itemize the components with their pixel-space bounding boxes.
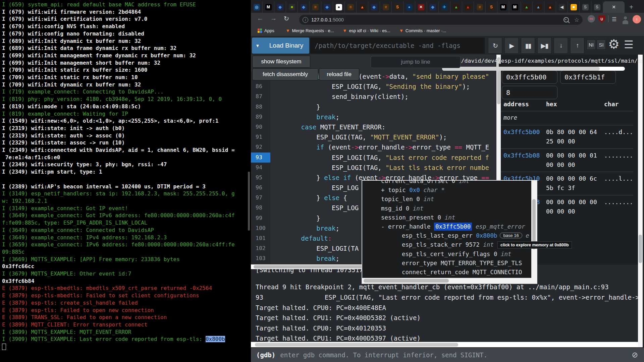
line-number[interactable]: 95 (251, 173, 270, 183)
pinned-tab[interactable]: ◆ (298, 1, 310, 13)
pinned-tab[interactable]: ● (404, 1, 415, 13)
address-bar[interactable]: i 127.0.0.1 :5000 ☆ (299, 15, 583, 25)
gear-icon[interactable]: ⚙ (608, 37, 620, 52)
menu-icon[interactable]: ☰ (624, 38, 634, 51)
line-number[interactable]: 92 (251, 142, 270, 152)
variable-tree-line[interactable]: connect_return_code MQTT_CONNECTIO (402, 269, 522, 276)
binary-path-input[interactable]: /path/to/target/executable -and -flags (310, 38, 485, 54)
step-instruction-button[interactable]: SI (597, 40, 606, 50)
line-number[interactable]: 101 (251, 233, 270, 243)
restart-button[interactable]: ↻ (488, 38, 502, 54)
pinned-tab[interactable]: ◀ (556, 1, 568, 13)
fetch-disassembly-button[interactable]: fetch disassembly (252, 68, 318, 80)
pinned-tab[interactable]: M (497, 1, 509, 13)
pinned-tab[interactable]: ▲ (544, 1, 556, 13)
pinned-tab[interactable]: S (392, 1, 404, 13)
line-number[interactable]: 98 (251, 203, 270, 213)
url-host[interactable]: 127.0.0.1 (311, 17, 331, 22)
back-icon[interactable]: ← (257, 15, 263, 22)
line-number[interactable]: 97 (251, 193, 270, 203)
memory-more-link[interactable]: more (503, 114, 517, 121)
reload-icon[interactable]: ↻ (284, 15, 289, 22)
active-tab[interactable]: ✕ (603, 1, 625, 13)
line-number[interactable]: 86 (251, 81, 270, 92)
code-line[interactable]: 94 ESP_LOGI(TAG, "Last tls stack error n… (251, 163, 496, 173)
pinned-tab[interactable]: ■ (568, 1, 580, 13)
current-line-number[interactable]: 93 (251, 153, 270, 163)
memory-address-link[interactable]: 0x3ffc5b00 (503, 128, 540, 135)
memory-bytes-per-line-input[interactable]: 8 (502, 86, 557, 99)
code-line[interactable]: 93 ESP_LOGI(TAG, "Last error code report… (251, 153, 496, 163)
line-number[interactable]: 87 (251, 92, 270, 102)
code-line[interactable]: 88 } (251, 102, 496, 112)
pinned-tab[interactable]: ≡ (345, 1, 357, 13)
reload-file-button[interactable]: reload file (319, 68, 359, 80)
close-icon[interactable]: ✕ (612, 4, 616, 10)
load-binary-button[interactable]: Load Binary (263, 38, 309, 54)
pinned-tab[interactable]: ▲ (450, 1, 462, 13)
code-line[interactable]: 87 send_binary(client); (251, 92, 496, 102)
step-out-button[interactable]: ↑ (570, 38, 584, 54)
variable-tree-line[interactable]: esp_tls_cert_verify_flags 0 int (402, 251, 512, 257)
pinned-tab[interactable]: S (580, 1, 591, 13)
pinned-tab[interactable]: ▲ (357, 1, 368, 13)
apps-grid-icon[interactable] (258, 28, 262, 33)
code-line[interactable]: 92 if (event->error_handle->error_type =… (251, 142, 496, 152)
bookmark-item[interactable]: ▼esp idf ci · Wiki · es... (343, 28, 390, 33)
memory-address-link[interactable]: 0x3ffc5b08 (503, 152, 540, 159)
memory-end-address-input[interactable]: 0x3ffc5b1f (560, 70, 616, 84)
pinned-tab[interactable]: ▲ (533, 1, 544, 13)
code-line[interactable]: 90 case MQTT_EVENT_ERROR: (251, 122, 496, 132)
variable-tree-line[interactable]: current_data_offset 0 int (381, 181, 469, 184)
file-path-scrollbar[interactable] (442, 67, 625, 71)
pinned-tab[interactable]: ■ (286, 1, 298, 13)
line-number[interactable]: 102 (251, 243, 270, 253)
info-icon[interactable]: i (303, 17, 308, 23)
browser-update-icon[interactable]: ↑ (633, 15, 641, 23)
pinned-tab[interactable]: ◆ (427, 1, 439, 13)
serial-monitor-terminal[interactable]: I (659) system_api: read default base MA… (0, 0, 251, 362)
interrupt-disabled-icon[interactable]: ⊘ (632, 351, 638, 359)
variable-tree-line[interactable]: - error_handle 0x3ffc5b00 esp_mqtt_error (381, 223, 525, 230)
code-line[interactable]: 89 break; (251, 112, 496, 122)
pinned-tab[interactable]: ◆ (274, 1, 286, 13)
line-number[interactable]: 96 (251, 183, 270, 193)
step-in-button[interactable]: ↓ (554, 38, 568, 54)
line-number[interactable]: 94 (251, 163, 270, 173)
extension-spy-icon[interactable]: oo (588, 15, 595, 22)
pinned-tab[interactable]: S (591, 1, 603, 13)
jump-to-line-input[interactable]: jump to line (371, 56, 461, 68)
pinned-tab[interactable]: ▲ (462, 1, 474, 13)
popup-horizontal-scrollbar[interactable] (362, 278, 537, 283)
load-binary-dropdown-caret[interactable]: ▼ (252, 38, 263, 54)
forward-icon[interactable]: → (270, 15, 277, 22)
popup-vertical-scrollbar[interactable] (531, 181, 537, 278)
pinned-tab[interactable]: ✕ (415, 1, 427, 13)
terminal-scrollbar[interactable] (248, 172, 250, 231)
console-horizontal-scrollbar[interactable] (251, 342, 638, 347)
line-number[interactable]: 91 (251, 132, 270, 142)
bookmark-item[interactable]: ▼Commits · master ·... (399, 28, 446, 33)
memory-start-address-input[interactable]: 0x3ffc5b00 (502, 70, 557, 84)
url-port[interactable]: :5000 (331, 17, 343, 22)
code-line[interactable]: 86 ESP_LOGI(TAG, "Sending the binary"); (251, 81, 496, 92)
code-line[interactable]: 91 ESP_LOGI(TAG, "MQTT_EVENT_ERROR"); (251, 132, 496, 142)
bookmark-star-icon[interactable]: ☆ (574, 16, 579, 23)
variable-tree-line[interactable]: session_present 0 int (381, 214, 455, 221)
line-number[interactable]: 90 (251, 122, 270, 132)
variable-tree-line[interactable]: esp_tls_stack_err 9572 int (402, 241, 494, 248)
pinned-tab[interactable]: S (486, 1, 497, 13)
pinned-tab[interactable]: ▲ (521, 1, 533, 13)
line-number[interactable]: 99 (251, 213, 270, 223)
line-number[interactable]: 103 (251, 253, 270, 263)
pinned-tab[interactable]: ≡ (310, 1, 321, 13)
next-instruction-button[interactable]: NI (587, 40, 596, 50)
bookmark-item[interactable]: ▼Merge Requests · e... (286, 28, 334, 33)
pinned-tab[interactable]: M (509, 1, 521, 13)
continue-button[interactable]: ▶ (504, 38, 519, 54)
gdb-command-input[interactable]: enter gdb command. To interrupt inferior… (280, 351, 487, 359)
variable-tree-line[interactable]: msg_id 0 int (381, 205, 423, 212)
pause-button[interactable]: ▮▮ (521, 38, 535, 54)
pinned-tab[interactable]: ◆ (321, 1, 333, 13)
line-number[interactable]: 88 (251, 102, 270, 112)
